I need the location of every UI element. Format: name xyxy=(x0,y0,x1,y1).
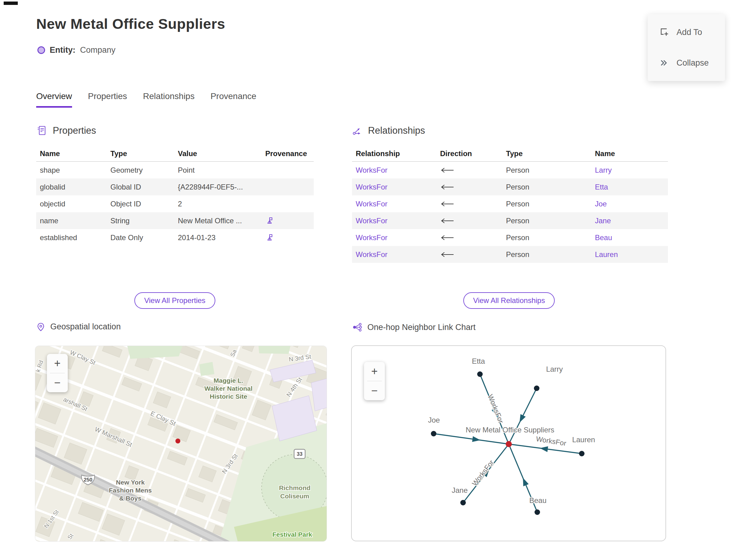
property-row: establishedDate Only2014-01-23 xyxy=(36,229,314,246)
view-all-relationships-button[interactable]: View All Relationships xyxy=(463,292,555,309)
direction-cell xyxy=(436,235,502,240)
col-direction: Direction xyxy=(436,149,502,158)
col-relationship: Relationship xyxy=(352,149,436,158)
property-value-cell: Point xyxy=(174,166,262,175)
col-provenance: Provenance xyxy=(262,149,314,158)
node-label: Etta xyxy=(472,357,485,365)
col-type: Type xyxy=(107,149,174,158)
properties-section-header: Properties xyxy=(36,125,314,136)
edge-label: WorksFor xyxy=(535,435,567,447)
person-node[interactable] xyxy=(431,431,436,436)
chart-zoom-out-button[interactable]: − xyxy=(364,381,385,400)
svg-text:33: 33 xyxy=(297,451,303,457)
relationships-table-header: Relationship Direction Type Name xyxy=(352,146,668,162)
route-shield: 33 xyxy=(294,449,305,458)
relationship-link[interactable]: WorksFor xyxy=(356,183,388,191)
property-name-cell: globalid xyxy=(36,183,107,191)
property-provenance-cell xyxy=(262,233,314,242)
relationship-link[interactable]: WorksFor xyxy=(356,217,388,225)
actions-panel: Add To Collapse xyxy=(648,14,725,81)
person-node[interactable] xyxy=(534,385,539,391)
property-row: shapeGeometryPoint xyxy=(36,162,314,178)
relationships-section-title: Relationships xyxy=(368,125,425,136)
related-entity-link[interactable]: Larry xyxy=(595,166,612,175)
related-entity-link[interactable]: Beau xyxy=(595,233,612,242)
company-node[interactable] xyxy=(506,441,512,447)
property-name-cell: established xyxy=(36,233,107,242)
col-value: Value xyxy=(174,149,262,158)
map-zoom-out-button[interactable]: − xyxy=(47,373,68,392)
properties-table: Name Type Value Provenance shapeGeometry… xyxy=(36,146,314,246)
geospatial-title: Geospatial location xyxy=(50,322,121,332)
relationship-link[interactable]: WorksFor xyxy=(356,250,388,259)
property-value-cell: New Metal Office ... xyxy=(174,217,262,225)
relationship-link[interactable]: WorksFor xyxy=(356,233,388,242)
tab-provenance[interactable]: Provenance xyxy=(210,91,256,108)
properties-icon xyxy=(36,125,47,136)
property-provenance-cell xyxy=(262,217,314,225)
node-label: Jane xyxy=(452,486,468,494)
property-row: objectidObject ID2 xyxy=(36,195,314,212)
node-label: Joe xyxy=(428,416,440,424)
property-value-cell: 2 xyxy=(174,200,262,208)
related-entity-link[interactable]: Joe xyxy=(595,200,607,208)
person-node[interactable] xyxy=(477,371,483,377)
col-rel-type: Type xyxy=(502,149,591,158)
related-type-cell: Person xyxy=(502,250,591,259)
related-entity-link[interactable]: Etta xyxy=(595,183,608,191)
tab-overview[interactable]: Overview xyxy=(36,91,72,108)
left-arrow-icon xyxy=(440,167,454,173)
tab-properties[interactable]: Properties xyxy=(88,91,127,108)
provenance-flag-icon[interactable] xyxy=(265,233,274,242)
property-row: nameStringNew Metal Office ... xyxy=(36,212,314,229)
map-zoom-control: + − xyxy=(47,354,68,392)
relationship-row: WorksForPersonLauren xyxy=(352,246,668,263)
relationship-link[interactable]: WorksFor xyxy=(356,200,388,208)
edge-arrow-icon xyxy=(472,436,480,442)
page-title: New Metal Office Suppliers xyxy=(36,15,225,32)
properties-section-title: Properties xyxy=(53,125,96,136)
relationship-link[interactable]: WorksFor xyxy=(356,166,388,175)
relationship-row: WorksForPersonBeau xyxy=(352,229,668,246)
related-entity-link[interactable]: Jane xyxy=(595,217,611,225)
edge-arrow-icon xyxy=(523,478,529,486)
property-name-cell: objectid xyxy=(36,200,107,208)
person-node[interactable] xyxy=(460,500,466,505)
collapse-button[interactable]: Collapse xyxy=(648,54,725,72)
property-name-cell: shape xyxy=(36,166,107,175)
edge-arrow-icon xyxy=(540,446,548,452)
tab-relationships[interactable]: Relationships xyxy=(143,91,194,108)
related-entity-link[interactable]: Lauren xyxy=(595,250,618,259)
map-label: Festival Park xyxy=(272,531,312,538)
link-chart-canvas[interactable]: WorksForWorksForWorksForNew Metal Office… xyxy=(351,345,666,541)
property-type-cell: Global ID xyxy=(107,183,174,191)
col-name: Name xyxy=(36,149,107,158)
collapse-label: Collapse xyxy=(677,58,709,68)
related-type-cell: Person xyxy=(502,166,591,175)
direction-cell xyxy=(436,167,502,173)
entity-label: Entity: xyxy=(50,45,75,55)
map-marker[interactable] xyxy=(175,439,180,443)
top-left-mark xyxy=(4,2,18,5)
properties-section: Properties Name Type Value Provenance sh… xyxy=(36,125,314,315)
add-to-button[interactable]: Add To xyxy=(648,23,725,41)
person-node[interactable] xyxy=(535,509,540,515)
relationship-row: WorksForPersonJoe xyxy=(352,195,668,212)
view-all-properties-button[interactable]: View All Properties xyxy=(134,292,215,309)
entity-type-row: Entity: Company xyxy=(37,45,116,55)
linkchart-title: One-hop Neighbor Link Chart xyxy=(367,323,476,332)
chart-zoom-in-button[interactable]: + xyxy=(364,362,385,381)
left-arrow-icon xyxy=(440,201,454,207)
related-type-cell: Person xyxy=(502,217,591,225)
add-to-icon xyxy=(659,27,669,37)
map-zoom-in-button[interactable]: + xyxy=(47,354,68,373)
node-label: Beau xyxy=(529,496,546,504)
person-node[interactable] xyxy=(579,451,585,456)
direction-cell xyxy=(436,201,502,207)
link-edge xyxy=(434,434,509,444)
map-canvas[interactable]: k RdW Clay StSaarshall StW Marshall StE … xyxy=(35,346,327,541)
property-type-cell: Object ID xyxy=(107,200,174,208)
relationships-section-header: Relationships xyxy=(352,125,668,136)
properties-table-header: Name Type Value Provenance xyxy=(36,146,314,162)
provenance-flag-icon[interactable] xyxy=(265,217,274,225)
